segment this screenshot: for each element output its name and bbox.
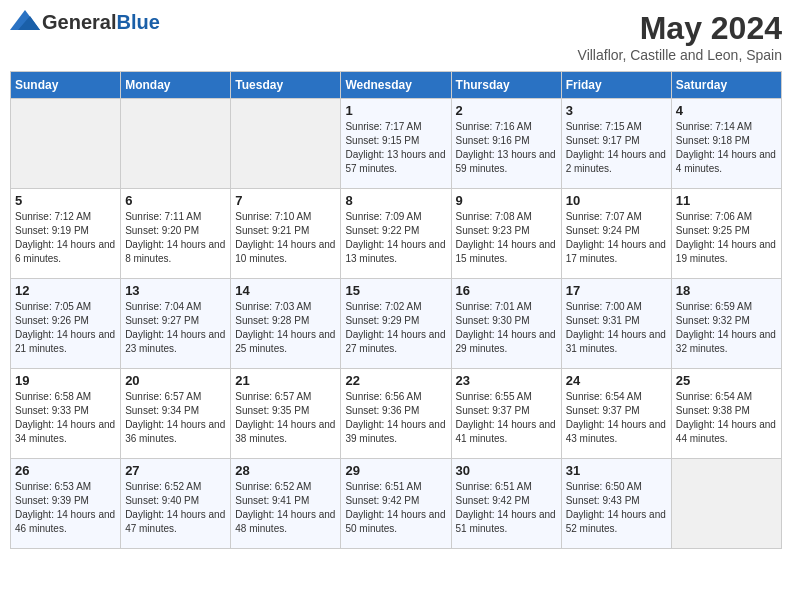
- day-info: Sunrise: 7:16 AM Sunset: 9:16 PM Dayligh…: [456, 120, 557, 176]
- page-header: GeneralBlue May 2024 Villaflor, Castille…: [10, 10, 782, 63]
- day-cell: 28Sunrise: 6:52 AM Sunset: 9:41 PM Dayli…: [231, 459, 341, 549]
- day-cell: 18Sunrise: 6:59 AM Sunset: 9:32 PM Dayli…: [671, 279, 781, 369]
- day-info: Sunrise: 6:55 AM Sunset: 9:37 PM Dayligh…: [456, 390, 557, 446]
- day-number: 24: [566, 373, 667, 388]
- logo-icon: [10, 10, 40, 34]
- day-info: Sunrise: 6:58 AM Sunset: 9:33 PM Dayligh…: [15, 390, 116, 446]
- day-info: Sunrise: 7:06 AM Sunset: 9:25 PM Dayligh…: [676, 210, 777, 266]
- day-number: 4: [676, 103, 777, 118]
- day-number: 28: [235, 463, 336, 478]
- day-info: Sunrise: 7:15 AM Sunset: 9:17 PM Dayligh…: [566, 120, 667, 176]
- day-number: 27: [125, 463, 226, 478]
- day-info: Sunrise: 6:51 AM Sunset: 9:42 PM Dayligh…: [345, 480, 446, 536]
- day-info: Sunrise: 6:51 AM Sunset: 9:42 PM Dayligh…: [456, 480, 557, 536]
- week-row-2: 5Sunrise: 7:12 AM Sunset: 9:19 PM Daylig…: [11, 189, 782, 279]
- day-info: Sunrise: 7:04 AM Sunset: 9:27 PM Dayligh…: [125, 300, 226, 356]
- day-info: Sunrise: 6:54 AM Sunset: 9:37 PM Dayligh…: [566, 390, 667, 446]
- day-info: Sunrise: 7:05 AM Sunset: 9:26 PM Dayligh…: [15, 300, 116, 356]
- day-cell: 23Sunrise: 6:55 AM Sunset: 9:37 PM Dayli…: [451, 369, 561, 459]
- subtitle: Villaflor, Castille and Leon, Spain: [578, 47, 782, 63]
- day-info: Sunrise: 6:56 AM Sunset: 9:36 PM Dayligh…: [345, 390, 446, 446]
- day-cell: 27Sunrise: 6:52 AM Sunset: 9:40 PM Dayli…: [121, 459, 231, 549]
- day-info: Sunrise: 7:10 AM Sunset: 9:21 PM Dayligh…: [235, 210, 336, 266]
- calendar-table: SundayMondayTuesdayWednesdayThursdayFrid…: [10, 71, 782, 549]
- day-number: 19: [15, 373, 116, 388]
- header-sunday: Sunday: [11, 72, 121, 99]
- day-number: 31: [566, 463, 667, 478]
- day-cell: [231, 99, 341, 189]
- day-info: Sunrise: 6:59 AM Sunset: 9:32 PM Dayligh…: [676, 300, 777, 356]
- day-number: 1: [345, 103, 446, 118]
- day-number: 13: [125, 283, 226, 298]
- day-number: 5: [15, 193, 116, 208]
- day-cell: 3Sunrise: 7:15 AM Sunset: 9:17 PM Daylig…: [561, 99, 671, 189]
- header-friday: Friday: [561, 72, 671, 99]
- logo-text-blue: Blue: [116, 11, 159, 33]
- day-info: Sunrise: 7:11 AM Sunset: 9:20 PM Dayligh…: [125, 210, 226, 266]
- day-info: Sunrise: 7:00 AM Sunset: 9:31 PM Dayligh…: [566, 300, 667, 356]
- day-info: Sunrise: 7:01 AM Sunset: 9:30 PM Dayligh…: [456, 300, 557, 356]
- header-tuesday: Tuesday: [231, 72, 341, 99]
- calendar-header-row: SundayMondayTuesdayWednesdayThursdayFrid…: [11, 72, 782, 99]
- day-cell: 11Sunrise: 7:06 AM Sunset: 9:25 PM Dayli…: [671, 189, 781, 279]
- week-row-3: 12Sunrise: 7:05 AM Sunset: 9:26 PM Dayli…: [11, 279, 782, 369]
- day-info: Sunrise: 6:52 AM Sunset: 9:41 PM Dayligh…: [235, 480, 336, 536]
- day-info: Sunrise: 6:52 AM Sunset: 9:40 PM Dayligh…: [125, 480, 226, 536]
- day-cell: 31Sunrise: 6:50 AM Sunset: 9:43 PM Dayli…: [561, 459, 671, 549]
- day-info: Sunrise: 7:02 AM Sunset: 9:29 PM Dayligh…: [345, 300, 446, 356]
- day-cell: 26Sunrise: 6:53 AM Sunset: 9:39 PM Dayli…: [11, 459, 121, 549]
- day-info: Sunrise: 7:03 AM Sunset: 9:28 PM Dayligh…: [235, 300, 336, 356]
- day-info: Sunrise: 7:14 AM Sunset: 9:18 PM Dayligh…: [676, 120, 777, 176]
- day-number: 6: [125, 193, 226, 208]
- day-number: 3: [566, 103, 667, 118]
- day-cell: 17Sunrise: 7:00 AM Sunset: 9:31 PM Dayli…: [561, 279, 671, 369]
- day-number: 22: [345, 373, 446, 388]
- day-number: 16: [456, 283, 557, 298]
- day-cell: 12Sunrise: 7:05 AM Sunset: 9:26 PM Dayli…: [11, 279, 121, 369]
- day-info: Sunrise: 6:54 AM Sunset: 9:38 PM Dayligh…: [676, 390, 777, 446]
- day-info: Sunrise: 6:53 AM Sunset: 9:39 PM Dayligh…: [15, 480, 116, 536]
- day-info: Sunrise: 6:57 AM Sunset: 9:35 PM Dayligh…: [235, 390, 336, 446]
- day-number: 20: [125, 373, 226, 388]
- day-number: 11: [676, 193, 777, 208]
- day-number: 8: [345, 193, 446, 208]
- day-cell: 7Sunrise: 7:10 AM Sunset: 9:21 PM Daylig…: [231, 189, 341, 279]
- week-row-4: 19Sunrise: 6:58 AM Sunset: 9:33 PM Dayli…: [11, 369, 782, 459]
- day-number: 30: [456, 463, 557, 478]
- day-number: 14: [235, 283, 336, 298]
- title-block: May 2024 Villaflor, Castille and Leon, S…: [578, 10, 782, 63]
- day-number: 21: [235, 373, 336, 388]
- day-cell: [121, 99, 231, 189]
- header-saturday: Saturday: [671, 72, 781, 99]
- day-cell: 22Sunrise: 6:56 AM Sunset: 9:36 PM Dayli…: [341, 369, 451, 459]
- day-cell: 14Sunrise: 7:03 AM Sunset: 9:28 PM Dayli…: [231, 279, 341, 369]
- day-number: 12: [15, 283, 116, 298]
- day-info: Sunrise: 6:57 AM Sunset: 9:34 PM Dayligh…: [125, 390, 226, 446]
- day-cell: 19Sunrise: 6:58 AM Sunset: 9:33 PM Dayli…: [11, 369, 121, 459]
- day-cell: [11, 99, 121, 189]
- day-number: 18: [676, 283, 777, 298]
- day-cell: 20Sunrise: 6:57 AM Sunset: 9:34 PM Dayli…: [121, 369, 231, 459]
- day-cell: 24Sunrise: 6:54 AM Sunset: 9:37 PM Dayli…: [561, 369, 671, 459]
- day-info: Sunrise: 7:12 AM Sunset: 9:19 PM Dayligh…: [15, 210, 116, 266]
- day-number: 29: [345, 463, 446, 478]
- header-wednesday: Wednesday: [341, 72, 451, 99]
- day-cell: 16Sunrise: 7:01 AM Sunset: 9:30 PM Dayli…: [451, 279, 561, 369]
- day-cell: 29Sunrise: 6:51 AM Sunset: 9:42 PM Dayli…: [341, 459, 451, 549]
- header-monday: Monday: [121, 72, 231, 99]
- day-cell: 25Sunrise: 6:54 AM Sunset: 9:38 PM Dayli…: [671, 369, 781, 459]
- day-info: Sunrise: 7:09 AM Sunset: 9:22 PM Dayligh…: [345, 210, 446, 266]
- week-row-1: 1Sunrise: 7:17 AM Sunset: 9:15 PM Daylig…: [11, 99, 782, 189]
- day-info: Sunrise: 7:07 AM Sunset: 9:24 PM Dayligh…: [566, 210, 667, 266]
- day-cell: 30Sunrise: 6:51 AM Sunset: 9:42 PM Dayli…: [451, 459, 561, 549]
- logo-text-general: General: [42, 11, 116, 33]
- day-cell: 8Sunrise: 7:09 AM Sunset: 9:22 PM Daylig…: [341, 189, 451, 279]
- day-cell: 1Sunrise: 7:17 AM Sunset: 9:15 PM Daylig…: [341, 99, 451, 189]
- day-number: 9: [456, 193, 557, 208]
- day-number: 17: [566, 283, 667, 298]
- day-info: Sunrise: 6:50 AM Sunset: 9:43 PM Dayligh…: [566, 480, 667, 536]
- day-cell: 6Sunrise: 7:11 AM Sunset: 9:20 PM Daylig…: [121, 189, 231, 279]
- day-cell: 2Sunrise: 7:16 AM Sunset: 9:16 PM Daylig…: [451, 99, 561, 189]
- day-number: 23: [456, 373, 557, 388]
- header-thursday: Thursday: [451, 72, 561, 99]
